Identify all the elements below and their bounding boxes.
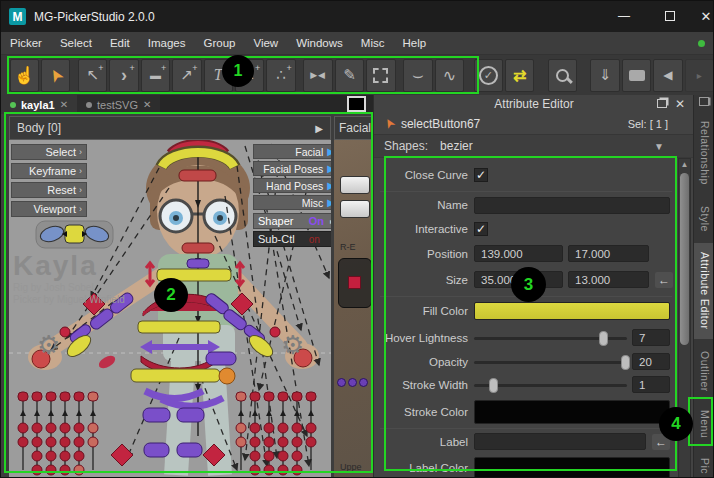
add-points-button[interactable]: ∴+: [266, 59, 295, 92]
mirror-flip-button[interactable]: ▶◀: [303, 59, 332, 92]
add-move-button[interactable]: ↗+: [172, 59, 201, 92]
reset-menu-button[interactable]: Reset›: [11, 182, 87, 198]
play-icon: ▶: [327, 180, 331, 191]
shapes-dropdown[interactable]: Shapes: bezier ▼: [374, 134, 694, 158]
plus-badge: +: [255, 63, 260, 73]
opacity-value[interactable]: 20: [632, 353, 670, 370]
float-panel-icon[interactable]: [657, 99, 667, 108]
expand-icon[interactable]: ▶: [315, 123, 323, 134]
zigzag-tool-button[interactable]: ∿: [435, 59, 464, 92]
position-y-input[interactable]: 17.000: [568, 245, 649, 262]
shaper-toggle[interactable]: Shaper On ▸: [253, 213, 331, 229]
marquee-select-button[interactable]: [366, 59, 395, 92]
hover-lightness-slider[interactable]: [474, 330, 627, 346]
facial-purple-dots[interactable]: [337, 378, 368, 387]
size-reset-button[interactable]: ←: [655, 272, 673, 288]
menu-select[interactable]: Select: [51, 32, 101, 54]
position-x-input[interactable]: 139.000: [474, 245, 563, 262]
interactive-checkbox[interactable]: ✓: [474, 222, 488, 236]
swap-button[interactable]: ⇄: [505, 59, 534, 92]
menu-help[interactable]: Help: [393, 32, 435, 54]
tab-relationship[interactable]: Relationship: [694, 111, 714, 195]
tab-menu[interactable]: Menu: [694, 401, 714, 447]
menu-misc[interactable]: Misc: [352, 32, 394, 54]
scrollbar-thumb[interactable]: [680, 173, 689, 345]
size-label: Size: [374, 274, 474, 286]
dock-pin-icon[interactable]: [699, 97, 709, 106]
interactive-label: Interactive: [374, 223, 474, 235]
curve-icon: ⌣: [412, 65, 424, 86]
label-color-swatch[interactable]: [474, 457, 670, 478]
stroke-color-swatch[interactable]: [474, 400, 670, 424]
tab-testsvg[interactable]: testSVG ✕: [77, 95, 160, 114]
chevron-down-icon[interactable]: ▼: [654, 141, 664, 152]
curve-tool-button[interactable]: ⌣: [403, 59, 432, 92]
overflow-button[interactable]: ▸: [685, 59, 714, 92]
hand-poses-tab-button[interactable]: Hand Poses▶: [253, 178, 331, 193]
svg-text:⚙: ⚙: [281, 330, 304, 360]
opacity-slider[interactable]: [474, 354, 627, 370]
tab-outliner[interactable]: Outliner: [694, 343, 714, 399]
size-h-input[interactable]: 13.000: [568, 271, 649, 288]
viewport-menu-button[interactable]: Viewport›: [11, 201, 87, 217]
eyedropper-icon: ✎: [343, 66, 356, 84]
hover-lightness-value[interactable]: 7: [632, 329, 670, 346]
fill-color-row: Fill Color: [374, 301, 678, 321]
menu-images[interactable]: Images: [139, 32, 195, 54]
title-bar: M MG-PickerStudio 2.0.0 — ✕: [1, 1, 714, 32]
facial-eye-button[interactable]: [348, 276, 361, 289]
maximize-button[interactable]: [653, 1, 687, 31]
facial-gray-button[interactable]: [340, 200, 370, 218]
search-button[interactable]: [548, 59, 577, 92]
facial-gray-button[interactable]: [340, 176, 370, 194]
menu-windows[interactable]: Windows: [287, 32, 352, 54]
check-all-button[interactable]: ✓: [474, 59, 503, 92]
menu-picker[interactable]: Picker: [1, 32, 51, 54]
menu-view[interactable]: View: [244, 32, 287, 54]
facial-panel-header[interactable]: Facial: [334, 116, 373, 140]
pick-hand-button[interactable]: ☝: [10, 59, 39, 92]
tab-style[interactable]: Style: [694, 199, 714, 239]
select-menu-button[interactable]: Select›: [11, 144, 87, 160]
add-select-button[interactable]: ↖+: [78, 59, 107, 92]
name-input[interactable]: [474, 197, 670, 214]
keyframe-menu-button[interactable]: Keyframe›: [11, 163, 87, 179]
facial-poses-tab-button[interactable]: Facial Poses▶: [253, 161, 331, 176]
tab-picker[interactable]: Pic: [694, 453, 714, 478]
fill-color-swatch[interactable]: [474, 302, 670, 320]
mirror-export-button[interactable]: ◀: [653, 59, 682, 92]
attribute-editor-title: Attribute Editor: [494, 97, 573, 111]
opacity-label: Opacity: [374, 356, 474, 368]
body-panel-header[interactable]: Body [0] ▶: [9, 116, 331, 140]
picker-color-toggle[interactable]: [347, 96, 366, 112]
menu-label: Hand Poses: [266, 180, 323, 192]
import-button[interactable]: ⇓: [590, 59, 619, 92]
add-chevron-button[interactable]: ›+: [109, 59, 138, 92]
close-button[interactable]: ✕: [689, 1, 714, 31]
close-curve-checkbox[interactable]: ✓: [474, 168, 488, 182]
subctl-value: on: [309, 234, 320, 245]
stroke-width-value[interactable]: 1: [632, 376, 670, 393]
facial-picker-partial[interactable]: R-E Uppe: [334, 140, 373, 478]
menu-edit[interactable]: Edit: [101, 32, 139, 54]
tab-kayla1[interactable]: kayla1 ✕: [1, 95, 77, 114]
feedback-button[interactable]: [622, 59, 651, 92]
label-row: Label ←: [374, 432, 678, 451]
misc-tab-button[interactable]: Misc▶: [253, 195, 331, 210]
subctl-toggle[interactable]: Sub-Ctl on: [253, 231, 331, 247]
facial-tab-button[interactable]: Facial▶: [253, 144, 331, 159]
tab-attribute-editor[interactable]: Attribute Editor: [694, 243, 714, 339]
menu-group[interactable]: Group: [194, 32, 244, 54]
close-panel-icon[interactable]: ✕: [675, 97, 685, 111]
scroll-up-icon[interactable]: ▲: [679, 159, 690, 171]
stroke-width-slider[interactable]: [474, 377, 627, 393]
tab-close-icon[interactable]: ✕: [60, 99, 68, 110]
minimize-button[interactable]: —: [607, 1, 641, 31]
stroke-width-label: Stroke Width: [374, 379, 474, 391]
menu-label: Misc: [302, 197, 324, 209]
select-cursor-button[interactable]: ➤: [41, 59, 70, 92]
label-input[interactable]: [474, 433, 646, 450]
color-picker-button[interactable]: ✎: [335, 59, 364, 92]
add-button-button[interactable]: ▬+: [141, 59, 170, 92]
tab-close-icon[interactable]: ✕: [143, 99, 151, 110]
